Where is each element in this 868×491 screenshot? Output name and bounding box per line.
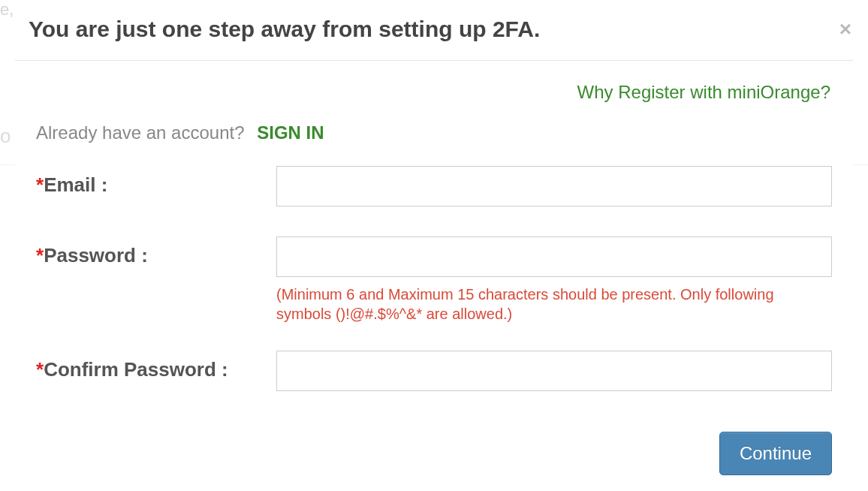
required-star: * [36,173,44,196]
already-account-text: Already have an account? [36,122,245,143]
modal-title: You are just one step away from setting … [29,17,540,42]
password-row: *Password : (Minimum 6 and Maximum 15 ch… [15,236,853,351]
password-field[interactable] [276,236,832,277]
signin-link[interactable]: SIGN IN [257,122,324,143]
confirm-password-field[interactable] [276,351,832,391]
button-row: Continue [15,421,853,490]
email-field[interactable] [276,166,832,206]
email-input-wrap [276,166,832,206]
password-hint: (Minimum 6 and Maximum 15 characters sho… [276,277,832,324]
continue-button[interactable]: Continue [719,432,832,475]
already-account-row: Already have an account? SIGN IN [15,103,853,166]
password-label: *Password : [36,236,276,267]
required-star: * [36,244,44,267]
confirm-password-label: *Confirm Password : [36,351,276,381]
confirm-input-wrap [276,351,832,391]
password-input-wrap: (Minimum 6 and Maximum 15 characters sho… [276,236,832,324]
email-label: *Email : [36,166,276,197]
close-icon[interactable]: × [839,17,853,41]
confirm-password-row: *Confirm Password : [15,351,853,421]
confirm-label-text: Confirm Password : [44,358,228,381]
required-star: * [36,358,44,381]
setup-2fa-modal: You are just one step away from setting … [15,0,853,490]
password-label-text: Password : [44,244,148,267]
email-label-text: Email : [44,173,107,196]
why-register-link[interactable]: Why Register with miniOrange? [15,61,853,103]
email-row: *Email : [15,166,853,236]
modal-header: You are just one step away from setting … [15,0,853,61]
